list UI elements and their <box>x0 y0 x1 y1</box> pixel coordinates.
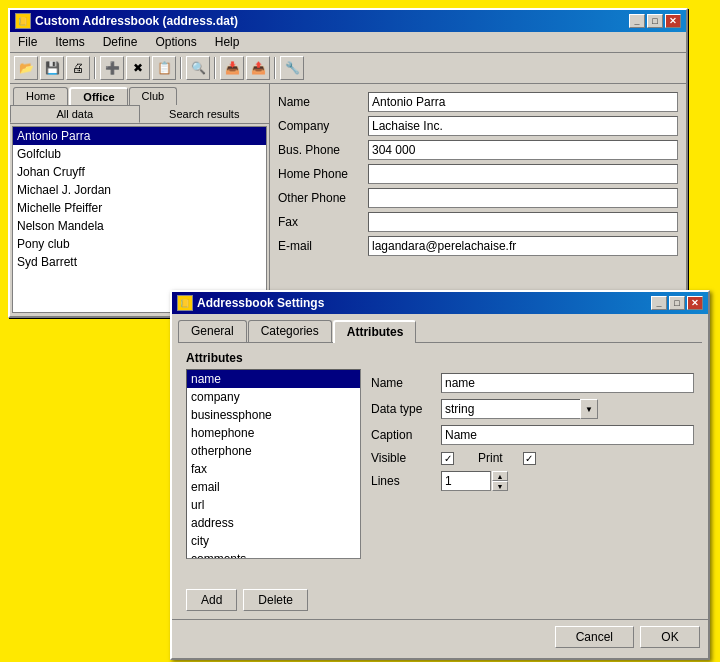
attr-item-fax[interactable]: fax <box>187 460 360 478</box>
attr-item-businessphone[interactable]: businessphone <box>187 406 360 424</box>
contact-item-5[interactable]: Nelson Mandela <box>13 217 266 235</box>
contact-list[interactable]: Antonio Parra Golfclub Johan Cruyff Mich… <box>12 126 267 313</box>
print-button[interactable]: 🖨 <box>66 56 90 80</box>
search-button[interactable]: 🔍 <box>186 56 210 80</box>
attr-label-datatype: Data type <box>371 402 441 416</box>
delete-button[interactable]: ✖ <box>126 56 150 80</box>
form-row-busphone: Bus. Phone <box>278 140 678 160</box>
tab-club[interactable]: Club <box>129 87 178 105</box>
maximize-button[interactable]: □ <box>647 14 663 28</box>
minimize-button[interactable]: _ <box>629 14 645 28</box>
input-otherphone[interactable] <box>368 188 678 208</box>
contact-item-0[interactable]: Antonio Parra <box>13 127 266 145</box>
visible-checkbox[interactable] <box>441 452 454 465</box>
dialog-title-left: 📒 Addressbook Settings <box>177 295 324 311</box>
attr-form-row-name: Name <box>371 373 694 393</box>
dialog-ok-cancel: Cancel OK <box>172 619 708 654</box>
attr-form-row-datatype: Data type ▼ <box>371 399 694 419</box>
add-attribute-button[interactable]: Add <box>186 589 237 611</box>
input-busphone[interactable] <box>368 140 678 160</box>
tab-row: Home Office Club <box>10 84 269 105</box>
title-bar-buttons: _ □ ✕ <box>629 14 681 28</box>
close-button[interactable]: ✕ <box>665 14 681 28</box>
dialog-minimize-button[interactable]: _ <box>651 296 667 310</box>
input-homephone[interactable] <box>368 164 678 184</box>
attr-item-address[interactable]: address <box>187 514 360 532</box>
dialog-icon: 📒 <box>177 295 193 311</box>
dialog-close-button[interactable]: ✕ <box>687 296 703 310</box>
lines-spinner: ▲ ▼ <box>441 471 508 491</box>
dialog-tabs: General Categories Attributes <box>172 314 708 342</box>
delete-attribute-button[interactable]: Delete <box>243 589 308 611</box>
attr-item-homephone[interactable]: homephone <box>187 424 360 442</box>
print-checkbox[interactable] <box>523 452 536 465</box>
attribute-list[interactable]: name company businessphone homephone oth… <box>186 369 361 559</box>
dialog-tab-categories[interactable]: Categories <box>248 320 332 342</box>
attr-item-email[interactable]: email <box>187 478 360 496</box>
attr-item-url[interactable]: url <box>187 496 360 514</box>
input-fax[interactable] <box>368 212 678 232</box>
input-email[interactable] <box>368 236 678 256</box>
attr-item-name[interactable]: name <box>187 370 360 388</box>
attr-item-city[interactable]: city <box>187 532 360 550</box>
main-title-bar: 📒 Custom Addressbook (address.dat) _ □ ✕ <box>10 10 686 32</box>
attr-item-otherphone[interactable]: otherphone <box>187 442 360 460</box>
main-window: 📒 Custom Addressbook (address.dat) _ □ ✕… <box>8 8 688 318</box>
attr-label-caption: Caption <box>371 428 441 442</box>
tab-home[interactable]: Home <box>13 87 68 105</box>
subtab-alldata[interactable]: All data <box>10 105 140 123</box>
contact-item-6[interactable]: Pony club <box>13 235 266 253</box>
attr-label-lines: Lines <box>371 474 441 488</box>
form-row-homephone: Home Phone <box>278 164 678 184</box>
label-email: E-mail <box>278 239 368 253</box>
dialog-tab-general[interactable]: General <box>178 320 247 342</box>
export-button[interactable]: 📤 <box>246 56 270 80</box>
attr-input-name[interactable] <box>441 373 694 393</box>
menu-help[interactable]: Help <box>211 34 244 50</box>
print-label: Print <box>478 451 503 465</box>
contact-item-7[interactable]: Syd Barrett <box>13 253 266 271</box>
toolbar: 📂 💾 🖨 ➕ ✖ 📋 🔍 📥 📤 🔧 <box>10 53 686 84</box>
save-button[interactable]: 💾 <box>40 56 64 80</box>
datatype-dropdown-icon[interactable]: ▼ <box>580 399 598 419</box>
attr-form-row-caption: Caption <box>371 425 694 445</box>
settings-button[interactable]: 🔧 <box>280 56 304 80</box>
menu-define[interactable]: Define <box>99 34 142 50</box>
dialog-maximize-button[interactable]: □ <box>669 296 685 310</box>
label-otherphone: Other Phone <box>278 191 368 205</box>
dialog-tab-attributes[interactable]: Attributes <box>333 320 417 343</box>
input-name[interactable] <box>368 92 678 112</box>
label-name: Name <box>278 95 368 109</box>
menu-file[interactable]: File <box>14 34 41 50</box>
attr-form-row-visible: Visible Print <box>371 451 694 465</box>
ok-button[interactable]: OK <box>640 626 700 648</box>
copy-button[interactable]: 📋 <box>152 56 176 80</box>
cancel-button[interactable]: Cancel <box>555 626 634 648</box>
dialog-title-bar: 📒 Addressbook Settings _ □ ✕ <box>172 292 708 314</box>
add-button[interactable]: ➕ <box>100 56 124 80</box>
spinner-up-button[interactable]: ▲ <box>492 471 508 481</box>
attr-item-comments[interactable]: comments <box>187 550 360 559</box>
tab-office[interactable]: Office <box>69 87 127 105</box>
menu-options[interactable]: Options <box>151 34 200 50</box>
subtab-row: All data Search results <box>10 105 269 124</box>
attr-input-caption[interactable] <box>441 425 694 445</box>
contact-item-2[interactable]: Johan Cruyff <box>13 163 266 181</box>
checkbox-group: Print <box>441 451 536 465</box>
attr-datatype-select-wrapper: ▼ <box>441 399 598 419</box>
contact-item-1[interactable]: Golfclub <box>13 145 266 163</box>
input-company[interactable] <box>368 116 678 136</box>
spinner-down-button[interactable]: ▼ <box>492 481 508 491</box>
contact-item-3[interactable]: Michael J. Jordan <box>13 181 266 199</box>
menu-items[interactable]: Items <box>51 34 88 50</box>
lines-input[interactable] <box>441 471 491 491</box>
toolbar-sep-1 <box>94 57 96 79</box>
attr-item-company[interactable]: company <box>187 388 360 406</box>
import-button[interactable]: 📥 <box>220 56 244 80</box>
label-company: Company <box>278 119 368 133</box>
attr-input-datatype[interactable] <box>441 399 581 419</box>
contact-item-4[interactable]: Michelle Pfeiffer <box>13 199 266 217</box>
toolbar-sep-3 <box>214 57 216 79</box>
open-button[interactable]: 📂 <box>14 56 38 80</box>
subtab-searchresults[interactable]: Search results <box>140 105 270 123</box>
